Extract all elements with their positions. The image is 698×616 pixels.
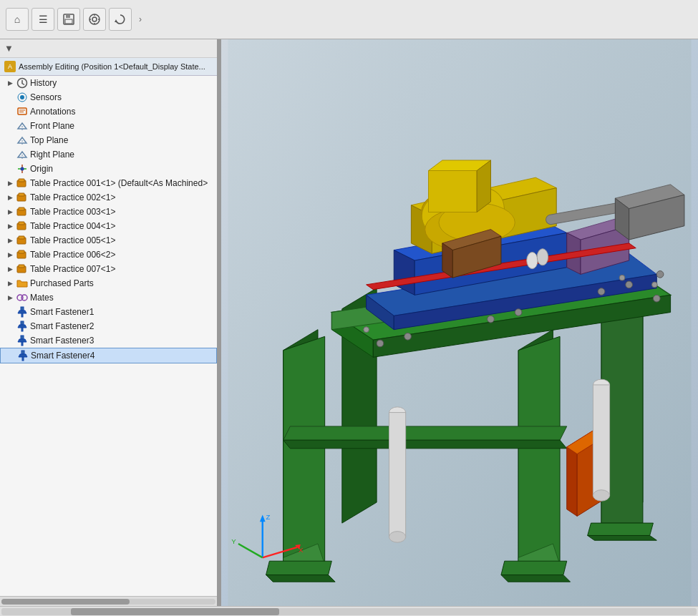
list-button[interactable]: ☰ (31, 8, 54, 31)
tree-arrow-fastener2[interactable] (6, 322, 14, 331)
toolbar-expand[interactable]: › (135, 8, 146, 31)
tree-label-fastener4: Smart Fastener4 (31, 351, 94, 361)
svg-point-116 (404, 333, 412, 340)
tree-item-history[interactable]: ▶History (0, 76, 217, 90)
tree-label-part-002: Table Practice 002<1> (30, 192, 115, 202)
svg-point-118 (515, 309, 522, 316)
tree-label-history: History (30, 78, 57, 88)
scrollbar-track[interactable] (1, 608, 697, 615)
rotate-button[interactable] (109, 8, 132, 31)
tree-arrow-part-006[interactable]: ▶ (6, 250, 14, 259)
tree-label-fastener1: Smart Fastener1 (30, 307, 94, 317)
tree-arrow-history[interactable]: ▶ (6, 79, 14, 87)
tree-item-fastener3[interactable]: Smart Fastener3 (0, 333, 217, 348)
tree-label-sensors: Sensors (30, 92, 62, 102)
svg-marker-69 (283, 426, 567, 440)
scrollbar-track-h[interactable] (1, 599, 215, 605)
tree-item-part-002[interactable]: ▶Table Practice 002<1> (0, 190, 217, 205)
svg-rect-38 (19, 265, 24, 268)
tree-arrow-purchased-parts[interactable]: ▶ (6, 279, 14, 288)
svg-rect-28 (19, 193, 24, 196)
tree-arrow-mates[interactable]: ▶ (6, 293, 14, 302)
svg-point-4 (92, 17, 97, 21)
tree-label-fastener2: Smart Fastener2 (30, 321, 94, 331)
tree-icon-fastener4 (17, 350, 29, 361)
tree-label-fastener3: Smart Fastener3 (30, 336, 94, 346)
tree-arrow-part-005[interactable]: ▶ (6, 236, 14, 245)
tree-arrow-annotations[interactable] (6, 107, 14, 116)
tree-item-origin[interactable]: Origin (0, 162, 217, 176)
tree-arrow-origin[interactable] (6, 165, 14, 173)
tree-arrow-sensors[interactable] (6, 93, 14, 102)
svg-rect-13 (18, 108, 26, 114)
svg-rect-46 (21, 328, 23, 331)
tree-arrow-top-plane[interactable] (6, 136, 14, 145)
tree-item-fastener2[interactable]: Smart Fastener2 (0, 319, 217, 333)
tree-icon-annotations (16, 106, 28, 117)
svg-point-120 (598, 288, 605, 295)
svg-marker-66 (501, 575, 571, 582)
tree-item-part-007[interactable]: ▶Table Practice 007<1> (0, 262, 217, 276)
tree-item-part-003[interactable]: ▶Table Practice 003<1> (0, 205, 217, 219)
tree-icon-part-001 (16, 177, 28, 189)
scrollbar-thumb-h[interactable] (1, 599, 130, 605)
svg-marker-64 (266, 575, 336, 582)
tree-item-annotations[interactable]: Annotations (0, 104, 217, 119)
tree-item-mates[interactable]: ▶Mates (0, 290, 217, 305)
tree-container[interactable]: ▶HistorySensorsAnnotationsFront PlaneTop… (0, 76, 217, 596)
tree-arrow-part-007[interactable]: ▶ (6, 265, 14, 273)
tree-arrow-part-004[interactable]: ▶ (6, 222, 14, 230)
3d-scene: Z X Y (221, 39, 698, 606)
tree-item-top-plane[interactable]: Top Plane (0, 133, 217, 147)
bottom-scrollbar[interactable] (0, 606, 698, 616)
tree-arrow-fastener1[interactable] (6, 308, 14, 316)
tree-item-right-plane[interactable]: Right Plane (0, 147, 217, 162)
svg-marker-68 (588, 535, 657, 540)
svg-point-122 (619, 275, 625, 280)
svg-point-111 (389, 532, 405, 542)
svg-rect-88 (429, 171, 478, 212)
tree-label-top-plane: Top Plane (30, 135, 68, 145)
svg-rect-113 (593, 385, 609, 496)
svg-rect-41 (21, 307, 24, 311)
tree-label-part-003: Table Practice 003<1> (30, 207, 115, 217)
svg-marker-51 (19, 354, 27, 357)
svg-marker-63 (266, 561, 332, 575)
assembly-header: A Assembly Editing (Position 1<Default_D… (0, 58, 217, 76)
tree-scrollbar-h[interactable] (0, 596, 217, 606)
svg-marker-48 (18, 339, 26, 342)
tree-item-part-005[interactable]: ▶Table Practice 005<1> (0, 233, 217, 248)
tree-arrow-part-002[interactable]: ▶ (6, 193, 14, 202)
tree-item-fastener4[interactable]: Smart Fastener4 (0, 348, 217, 363)
tree-item-sensors[interactable]: Sensors (0, 90, 217, 104)
tree-arrow-part-001[interactable]: ▶ (6, 179, 14, 187)
svg-text:X: X (299, 546, 304, 554)
save-button[interactable] (57, 8, 80, 31)
scrollbar-thumb[interactable] (71, 608, 279, 615)
tree-arrow-fastener3[interactable] (6, 336, 14, 345)
svg-text:Z: Z (266, 513, 271, 521)
tree-item-part-006[interactable]: ▶Table Practice 006<2> (0, 248, 217, 262)
svg-marker-9 (115, 19, 117, 22)
tree-arrow-front-plane[interactable] (6, 122, 14, 130)
svg-rect-36 (19, 250, 24, 253)
svg-point-40 (21, 295, 27, 300)
target-button[interactable] (83, 8, 106, 31)
tree-icon-mates (16, 292, 28, 303)
svg-text:Y: Y (231, 537, 236, 545)
svg-rect-2 (65, 19, 72, 24)
tree-icon-fastener2 (16, 321, 28, 332)
filter-icon: ▼ (4, 43, 14, 54)
tree-arrow-part-003[interactable]: ▶ (6, 207, 14, 216)
tree-icon-front-plane (16, 120, 28, 132)
viewport-3d[interactable]: Z X Y (221, 39, 698, 606)
tree-item-part-004[interactable]: ▶Table Practice 004<1> (0, 219, 217, 233)
tree-item-fastener1[interactable]: Smart Fastener1 (0, 305, 217, 319)
home-button[interactable]: ⌂ (6, 8, 29, 31)
tree-arrow-fastener4[interactable] (6, 351, 15, 360)
tree-item-purchased-parts[interactable]: ▶Purchased Parts (0, 276, 217, 290)
tree-item-front-plane[interactable]: Front Plane (0, 119, 217, 133)
tree-item-part-001[interactable]: ▶Table Practice 001<1> (Default<As Machi… (0, 176, 217, 190)
svg-point-115 (377, 340, 384, 347)
tree-arrow-right-plane[interactable] (6, 150, 14, 159)
